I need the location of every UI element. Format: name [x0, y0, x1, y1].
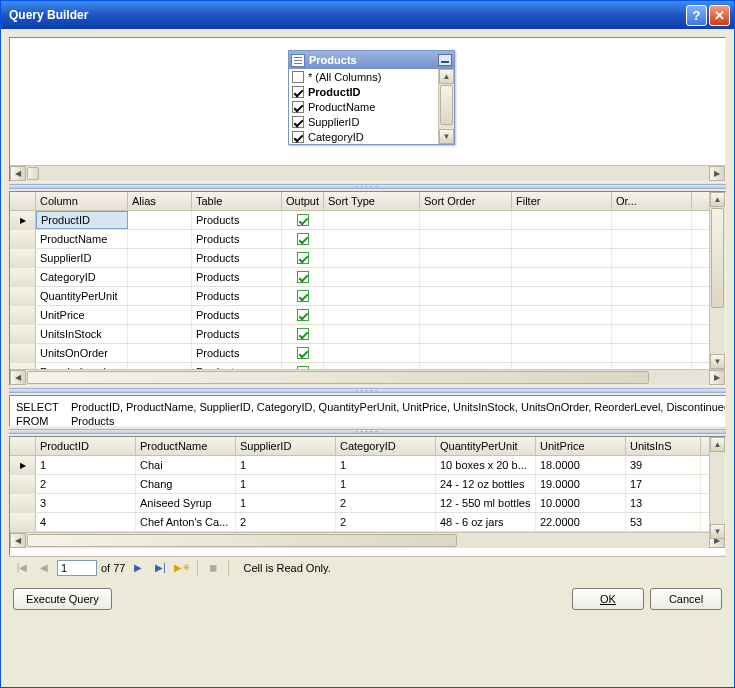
grid-cell[interactable] [324, 287, 420, 305]
output-checkbox[interactable] [297, 328, 309, 340]
scroll-down-icon[interactable]: ▼ [439, 129, 454, 144]
grid-cell[interactable] [420, 230, 512, 248]
result-cell[interactable]: 1 [36, 456, 136, 474]
grid-cell[interactable] [128, 325, 192, 343]
sql-pane[interactable]: SELECTProductID, ProductName, SupplierID… [9, 395, 726, 427]
row-header[interactable] [10, 211, 36, 229]
result-cell[interactable]: 17 [626, 475, 701, 493]
result-cell[interactable]: Chef Anton's Ca... [136, 513, 236, 531]
minimize-icon[interactable] [438, 54, 452, 66]
grid-cell[interactable] [128, 249, 192, 267]
grid-cell[interactable] [612, 344, 692, 362]
grid-cell[interactable] [282, 306, 324, 324]
row-header[interactable] [10, 287, 36, 305]
column-header[interactable]: Filter [512, 192, 612, 210]
result-cell[interactable]: 10.0000 [536, 494, 626, 512]
output-checkbox[interactable] [297, 309, 309, 321]
grid-cell[interactable]: UnitPrice [36, 306, 128, 324]
row-header[interactable] [10, 494, 36, 512]
result-cell[interactable]: 39 [626, 456, 701, 474]
table-column-row[interactable]: ProductID [289, 84, 454, 99]
result-cell[interactable]: 2 [336, 513, 436, 531]
grid-cell[interactable] [512, 325, 612, 343]
table-widget-vscroll[interactable]: ▲ ▼ [438, 69, 454, 144]
grid-row[interactable]: QuantityPerUnitProducts [10, 287, 725, 306]
grid-cell[interactable] [324, 325, 420, 343]
column-header[interactable]: Or... [612, 192, 692, 210]
nav-prev-button[interactable]: ◀ [35, 559, 53, 577]
grid-cell[interactable] [324, 306, 420, 324]
result-cell[interactable]: 48 - 6 oz jars [436, 513, 536, 531]
result-cell[interactable]: 2 [336, 494, 436, 512]
grid-cell[interactable] [282, 211, 324, 229]
splitter-3[interactable] [9, 429, 726, 434]
grid-cell[interactable] [324, 211, 420, 229]
grid-cell[interactable] [128, 306, 192, 324]
grid-cell[interactable] [420, 268, 512, 286]
results-vscroll[interactable]: ▲ ▼ [709, 437, 725, 539]
grid-cell[interactable]: UnitsInStock [36, 325, 128, 343]
diagram-hscroll[interactable]: ◀ ▶ [10, 165, 725, 181]
grid-cell[interactable] [128, 268, 192, 286]
titlebar[interactable]: Query Builder ? ✕ [1, 1, 734, 29]
grid-cell[interactable] [512, 344, 612, 362]
scroll-thumb[interactable] [711, 208, 724, 308]
scroll-thumb[interactable] [27, 534, 457, 547]
result-header[interactable]: UnitPrice [536, 437, 626, 455]
grid-row[interactable]: SupplierIDProducts [10, 249, 725, 268]
grid-cell[interactable]: Products [192, 287, 282, 305]
scroll-thumb[interactable] [27, 167, 39, 180]
grid-cell[interactable] [512, 306, 612, 324]
column-header[interactable]: Sort Type [324, 192, 420, 210]
grid-cell[interactable]: Products [192, 344, 282, 362]
column-header[interactable]: Table [192, 192, 282, 210]
scroll-right-icon[interactable]: ▶ [709, 166, 725, 181]
result-cell[interactable]: 1 [236, 475, 336, 493]
result-header[interactable]: QuantityPerUnit [436, 437, 536, 455]
grid-cell[interactable]: Products [192, 268, 282, 286]
result-row[interactable]: 4Chef Anton's Ca...2248 - 6 oz jars22.00… [10, 513, 725, 532]
result-cell[interactable]: 2 [236, 513, 336, 531]
results-hscroll[interactable]: ◀ ▶ [10, 532, 725, 548]
grid-cell[interactable] [420, 249, 512, 267]
grid-cell[interactable]: CategoryID [36, 268, 128, 286]
table-products-widget[interactable]: Products * (All Columns)ProductIDProduct… [288, 50, 455, 145]
grid-cell[interactable] [282, 325, 324, 343]
table-column-row[interactable]: CategoryID [289, 129, 454, 144]
grid-cell[interactable] [324, 344, 420, 362]
column-header[interactable]: Sort Order [420, 192, 512, 210]
row-header[interactable] [10, 456, 36, 474]
scroll-down-icon[interactable]: ▼ [710, 354, 725, 369]
output-checkbox[interactable] [297, 271, 309, 283]
grid-cell[interactable]: UnitsOnOrder [36, 344, 128, 362]
grid-cell[interactable]: ProductName [36, 230, 128, 248]
grid-cell[interactable] [128, 211, 192, 229]
grid-cell[interactable] [420, 287, 512, 305]
grid-cell[interactable]: QuantityPerUnit [36, 287, 128, 305]
grid-cell[interactable] [128, 230, 192, 248]
row-header[interactable] [10, 249, 36, 267]
grid-cell[interactable]: Products [192, 249, 282, 267]
result-header[interactable]: CategoryID [336, 437, 436, 455]
result-cell[interactable]: 1 [336, 475, 436, 493]
grid-cell[interactable] [512, 287, 612, 305]
grid-cell[interactable] [282, 344, 324, 362]
row-header[interactable] [10, 325, 36, 343]
grid-cell[interactable] [612, 325, 692, 343]
grid-cell[interactable]: Products [192, 306, 282, 324]
result-header[interactable]: SupplierID [236, 437, 336, 455]
result-cell[interactable]: 1 [236, 456, 336, 474]
grid-row[interactable]: ProductNameProducts [10, 230, 725, 249]
nav-current-input[interactable] [57, 560, 97, 576]
output-checkbox[interactable] [297, 290, 309, 302]
result-cell[interactable]: Aniseed Syrup [136, 494, 236, 512]
result-cell[interactable]: 3 [36, 494, 136, 512]
columns-hscroll[interactable]: ◀ ▶ [10, 369, 725, 385]
output-checkbox[interactable] [297, 347, 309, 359]
result-cell[interactable]: 2 [36, 475, 136, 493]
result-cell[interactable]: Chai [136, 456, 236, 474]
result-header[interactable]: UnitsInS [626, 437, 701, 455]
grid-row[interactable]: UnitsInStockProducts [10, 325, 725, 344]
grid-cell[interactable] [324, 249, 420, 267]
columns-vscroll[interactable]: ▲ ▼ [709, 192, 725, 369]
